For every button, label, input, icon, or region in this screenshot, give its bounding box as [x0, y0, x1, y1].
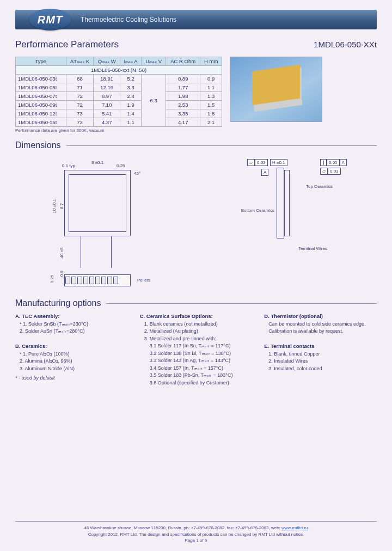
page-title: Performance Parameters	[15, 39, 119, 50]
dim-width: 8 ±0.1	[91, 160, 103, 165]
dim-inner-height: 8.7	[59, 203, 64, 209]
list-item: 2. Metallized (Au plating)	[144, 328, 253, 335]
table-row: 1MDL06-050-05t 71 12.19 3.3 1.77 1.1	[16, 83, 222, 92]
mfg-c-title: C. Ceramics Surface Options:	[140, 313, 213, 319]
table-row: 1MDL06-050-15t 73 4.37 1.1 4.17 2.1	[16, 118, 222, 127]
mfg-d-text: Can be mounted to cold side ceramics edg…	[268, 321, 377, 335]
list-item: 3. Aluminum Nitride (AlN)	[20, 365, 128, 373]
list-item: 3.3 Solder 143 (In Ag, Tₘₑₗₜ = 143°C)	[150, 357, 253, 365]
label-top-ceramics: Top Ceramics	[306, 184, 333, 189]
mfg-a-title: A. TEC Assembly:	[15, 313, 59, 319]
dim-025b: 0.25	[50, 275, 54, 284]
dim-leads: 40 ±5	[59, 248, 64, 259]
tol-parallel: 0.05	[327, 159, 340, 166]
title-row: Performance Parameters 1MDL06-050-XXt	[15, 39, 377, 50]
header-bar: RMT Thermoelectric Cooling Solutions	[15, 10, 377, 29]
gtol-flatness2-icon: ▱	[320, 168, 328, 175]
dim-05: 0.5	[59, 271, 64, 277]
list-item: 3.6 Optional (specified by Customer)	[150, 379, 253, 387]
table-row: 1MDL06-050-09t 72 7.10 1.9 2.53 1.5	[16, 101, 222, 109]
list-item: * 1. Solder SnSb (Tₘₑₗₜ=230°C)	[20, 321, 128, 328]
section-dimensions: Dimensions	[15, 140, 377, 150]
dim-angle: 45°	[134, 171, 140, 176]
mfg-default-note: * - used by default	[15, 375, 128, 382]
tagline: Thermoelectric Cooling Solutions	[81, 16, 176, 23]
footer-url[interactable]: www.rmtltd.ru	[281, 525, 308, 530]
gtol-parallel-icon: ∥	[320, 159, 327, 166]
umax-cell: 6.3	[142, 75, 166, 127]
list-item: 1. Blank, tinned Copper	[268, 351, 377, 358]
dim-height: 10 ±0.1	[52, 199, 57, 213]
mfg-e-title: E. Terminal contacts	[264, 343, 314, 349]
datum-a: A	[340, 159, 347, 166]
part-number: 1MDL06-050-XXt	[314, 40, 377, 49]
list-item: * 1. Pure Al₂O₃ (100%)	[20, 351, 128, 358]
footer-page: Page 1 of 6	[15, 537, 377, 543]
mfg-d-title: D. Thermistor (optional)	[264, 313, 323, 319]
th-type: Type	[16, 57, 66, 66]
table-row: 1MDL06-050-03t 68 18.91 5.2 6.3 0.89 0.9	[16, 75, 222, 83]
list-item: 2. Solder AuSn (Tₘₑₗₜ=280°C)	[20, 328, 128, 335]
table-row: 1MDL06-050-07t 72 8.97 2.4 1.98 1.3	[16, 92, 222, 101]
tol-flatness2: 0.03	[328, 168, 341, 175]
dim-h-tol: H ±0.1	[270, 159, 287, 166]
performance-table: Type ΔTₘₐₓ K Qₘₐₓ W Iₘₐₓ A Uₘₐₓ V AC R O…	[15, 57, 222, 127]
dimensions-drawing: 8 ±0.1 0.1 typ 0.25 45° 10 ±0.1 8.7 40 ±…	[15, 155, 377, 291]
th-acr: AC R Ohm	[166, 57, 200, 66]
tol-flatness: 0.03	[255, 159, 268, 166]
footer-address: 46 Warshavskoe shosse, Moscow 115230, Ru…	[84, 525, 281, 530]
list-item: 3.4 Solder 157 (In, Tₘₑₗₜ = 157°C)	[150, 365, 253, 372]
label-bottom-ceramics: Bottom Ceramics	[220, 208, 274, 213]
product-photo	[230, 57, 322, 122]
list-item: 2. Alumina (Al₂O₃, 96%)	[20, 358, 128, 365]
list-item: 3.1 Solder 117 (In Sn, Tₘₑₗₜ = 117°C)	[150, 342, 253, 350]
list-item: 1. Blank ceramics (not metallized)	[144, 321, 253, 328]
gtol-flatness-icon: ▱	[247, 159, 255, 166]
mfg-b-title: B. Ceramics:	[15, 343, 47, 349]
table-footnote: Performance data are given for 300K, vac…	[15, 128, 222, 133]
th-h: H mm	[200, 57, 222, 66]
label-terminal-wires: Terminal Wires	[298, 246, 327, 251]
bottom-view	[64, 274, 131, 286]
th-imax: Iₘₐₓ A	[120, 57, 141, 66]
th-umax: Uₘₐₓ V	[142, 57, 166, 66]
list-item: 3.5 Solder 183 (Pb-Sn, Tₘₑₗₜ = 183°C)	[150, 372, 253, 379]
list-item: 3. Insulated, color coded	[268, 365, 377, 373]
manufacturing-options: A. TEC Assembly: * 1. Solder SnSb (Tₘₑₗₜ…	[15, 313, 377, 387]
th-qmax: Qₘₐₓ W	[94, 57, 120, 66]
label-pellets: Pellets	[137, 278, 150, 283]
dim-typ: 0.1 typ	[62, 163, 75, 168]
datum-a-box: A	[261, 169, 268, 176]
section-manufacturing: Manufacturing options	[15, 298, 377, 308]
dim-025: 0.25	[117, 163, 125, 168]
list-item: 3.2 Solder 138 (Sn Bi, Tₘₑₗₜ = 138°C)	[150, 350, 253, 358]
list-item: 2. Insulated Wires	[268, 358, 377, 365]
th-dtmax: ΔTₘₐₓ K	[66, 57, 94, 66]
table-row: 1MDL06-050-12t 73 5.41 1.4 3.35 1.8	[16, 109, 222, 118]
list-item: 3. Metallized and pre-tinned with:	[144, 335, 253, 343]
page-footer: 46 Warshavskoe shosse, Moscow 115230, Ru…	[15, 521, 377, 543]
logo: RMT	[29, 9, 71, 30]
footer-copyright: Copyright 2012, RMT Ltd. The design and …	[15, 531, 377, 537]
table-subheader: 1MDL06-050-xxt (N=50)	[16, 66, 222, 75]
